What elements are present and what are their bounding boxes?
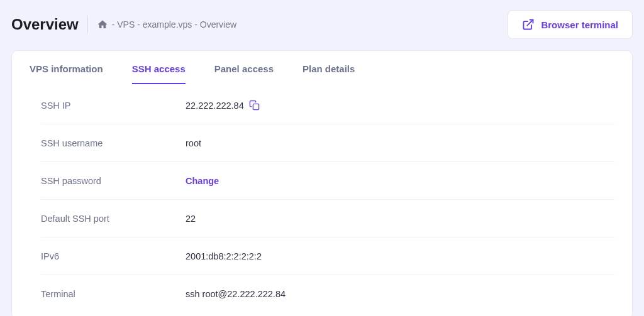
ssh-port-label: Default SSH port	[41, 214, 186, 224]
copy-icon[interactable]	[249, 100, 260, 111]
ssh-username-label: SSH username	[41, 138, 186, 148]
change-password-link[interactable]: Change	[186, 176, 219, 186]
tabs: VPS information SSH access Panel access …	[30, 51, 614, 84]
browser-terminal-label: Browser terminal	[541, 19, 618, 30]
tab-panel-access[interactable]: Panel access	[214, 63, 274, 84]
ssh-ip-label: SSH IP	[41, 101, 186, 111]
row-terminal: Terminal ssh root@22.222.222.84	[41, 275, 614, 313]
page-title: Overview	[11, 16, 79, 33]
ssh-ip-value-container: 22.222.222.84	[186, 100, 260, 111]
ipv6-label: IPv6	[41, 251, 186, 261]
row-ipv6: IPv6 2001:db8:2:2:2:2:2	[41, 237, 614, 275]
breadcrumb[interactable]: - VPS - example.vps - Overview	[97, 19, 236, 30]
divider	[87, 16, 88, 33]
svg-line-0	[528, 20, 533, 26]
external-link-icon	[522, 18, 535, 31]
ssh-details: SSH IP 22.222.222.84 SSH username root S…	[30, 84, 614, 313]
ssh-password-label: SSH password	[41, 176, 186, 186]
terminal-label: Terminal	[41, 289, 186, 299]
row-ssh-ip: SSH IP 22.222.222.84	[41, 87, 614, 124]
breadcrumb-text: - VPS - example.vps - Overview	[112, 19, 236, 30]
tab-plan-details[interactable]: Plan details	[303, 63, 355, 84]
ssh-ip-value: 22.222.222.84	[186, 101, 244, 111]
ssh-username-value: root	[186, 138, 201, 148]
svg-rect-1	[253, 104, 258, 109]
browser-terminal-button[interactable]: Browser terminal	[508, 10, 633, 39]
page-header: Overview - VPS - example.vps - Overview …	[11, 10, 633, 39]
row-ssh-port: Default SSH port 22	[41, 200, 614, 237]
home-icon	[97, 19, 108, 30]
row-ssh-username: SSH username root	[41, 124, 614, 162]
ssh-port-value: 22	[186, 214, 196, 224]
row-ssh-password: SSH password Change	[41, 162, 614, 200]
overview-card: VPS information SSH access Panel access …	[11, 50, 633, 316]
tab-vps-information[interactable]: VPS information	[30, 63, 103, 84]
terminal-value: ssh root@22.222.222.84	[186, 289, 286, 299]
ipv6-value: 2001:db8:2:2:2:2:2	[186, 251, 262, 261]
tab-ssh-access[interactable]: SSH access	[132, 63, 186, 84]
